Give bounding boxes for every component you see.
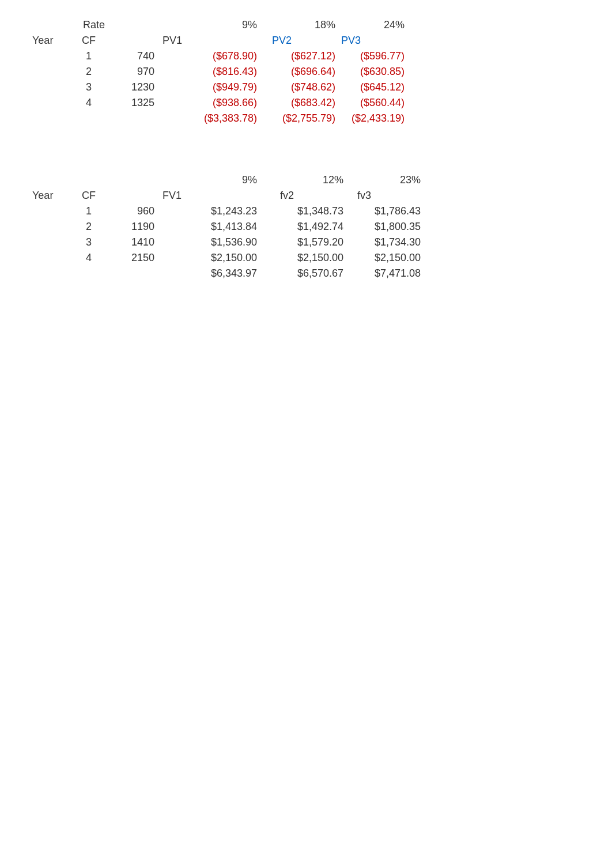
table-row: 1 960 $1,243.23 $1,348.73 $1,786.43 xyxy=(32,203,421,219)
fv3-cell: $1,786.43 xyxy=(343,203,421,219)
rate-3: 23% xyxy=(343,172,421,188)
rate-1: 9% xyxy=(159,172,257,188)
header-pv3: PV3 xyxy=(335,33,405,48)
total-fv2: $6,570.67 xyxy=(257,266,343,281)
cf-cell: 2150 xyxy=(108,250,159,266)
totals-row: $6,343.97 $6,570.67 $7,471.08 xyxy=(32,266,421,281)
pv1-cell: ($938.66) xyxy=(159,95,257,111)
cf-cell: 1230 xyxy=(108,80,159,95)
table-row: 2 1190 $1,413.84 $1,492.74 $1,800.35 xyxy=(32,219,421,235)
fv-table: 9% 12% 23% Year CF FV1 fv2 fv3 1 960 $1,… xyxy=(32,172,421,281)
header-pv2: PV2 xyxy=(257,33,335,48)
year-cell: 1 xyxy=(69,203,108,219)
year-cell: 2 xyxy=(69,219,108,235)
total-fv1: $6,343.97 xyxy=(159,266,257,281)
pv3-cell: ($645.12) xyxy=(335,80,405,95)
rate-label: Rate xyxy=(69,17,108,33)
cf-cell: 960 xyxy=(108,203,159,219)
year-cell: 3 xyxy=(69,80,108,95)
header-fv3: fv3 xyxy=(343,188,421,203)
pv3-cell: ($596.77) xyxy=(335,48,405,64)
year-cell: 1 xyxy=(69,48,108,64)
fv2-cell: $2,150.00 xyxy=(257,250,343,266)
table-row: 4 2150 $2,150.00 $2,150.00 $2,150.00 xyxy=(32,250,421,266)
rate-row: 9% 12% 23% xyxy=(32,172,421,188)
pv1-cell: ($949.79) xyxy=(159,80,257,95)
rate-2: 12% xyxy=(257,172,343,188)
header-fv1: FV1 xyxy=(159,188,257,203)
header-fv2: fv2 xyxy=(257,188,343,203)
pv3-cell: ($630.85) xyxy=(335,64,405,80)
fv2-cell: $1,492.74 xyxy=(257,219,343,235)
fv2-cell: $1,348.73 xyxy=(257,203,343,219)
header-year: Year xyxy=(32,188,69,203)
header-pv1: PV1 xyxy=(159,33,257,48)
header-row: Year CF PV1 PV2 PV3 xyxy=(32,33,405,48)
fv1-cell: $1,243.23 xyxy=(159,203,257,219)
pv2-cell: ($696.64) xyxy=(257,64,335,80)
fv3-cell: $1,800.35 xyxy=(343,219,421,235)
total-pv2: ($2,755.79) xyxy=(257,111,335,126)
pv2-cell: ($683.42) xyxy=(257,95,335,111)
year-cell: 2 xyxy=(69,64,108,80)
cf-cell: 970 xyxy=(108,64,159,80)
pv3-cell: ($560.44) xyxy=(335,95,405,111)
header-year: Year xyxy=(32,33,69,48)
pv2-cell: ($748.62) xyxy=(257,80,335,95)
year-cell: 4 xyxy=(69,250,108,266)
rate-row: Rate 9% 18% 24% xyxy=(32,17,405,33)
cf-cell: 740 xyxy=(108,48,159,64)
totals-row: ($3,383.78) ($2,755.79) ($2,433.19) xyxy=(32,111,405,126)
header-row: Year CF FV1 fv2 fv3 xyxy=(32,188,421,203)
rate-1: 9% xyxy=(159,17,257,33)
pv1-cell: ($816.43) xyxy=(159,64,257,80)
table-row: 3 1410 $1,536.90 $1,579.20 $1,734.30 xyxy=(32,235,421,250)
fv1-cell: $1,536.90 xyxy=(159,235,257,250)
header-cf: CF xyxy=(69,33,108,48)
cf-cell: 1410 xyxy=(108,235,159,250)
pv1-cell: ($678.90) xyxy=(159,48,257,64)
header-cf: CF xyxy=(69,188,108,203)
rate-2: 18% xyxy=(257,17,335,33)
fv2-cell: $1,579.20 xyxy=(257,235,343,250)
rate-3: 24% xyxy=(335,17,405,33)
year-cell: 3 xyxy=(69,235,108,250)
table-row: 3 1230 ($949.79) ($748.62) ($645.12) xyxy=(32,80,405,95)
total-pv1: ($3,383.78) xyxy=(159,111,257,126)
cf-cell: 1190 xyxy=(108,219,159,235)
total-fv3: $7,471.08 xyxy=(343,266,421,281)
table-row: 1 740 ($678.90) ($627.12) ($596.77) xyxy=(32,48,405,64)
table-row: 4 1325 ($938.66) ($683.42) ($560.44) xyxy=(32,95,405,111)
fv1-cell: $1,413.84 xyxy=(159,219,257,235)
table-row: 2 970 ($816.43) ($696.64) ($630.85) xyxy=(32,64,405,80)
fv1-cell: $2,150.00 xyxy=(159,250,257,266)
fv3-cell: $1,734.30 xyxy=(343,235,421,250)
year-cell: 4 xyxy=(69,95,108,111)
cf-cell: 1325 xyxy=(108,95,159,111)
total-pv3: ($2,433.19) xyxy=(335,111,405,126)
pv2-cell: ($627.12) xyxy=(257,48,335,64)
fv3-cell: $2,150.00 xyxy=(343,250,421,266)
pv-table: Rate 9% 18% 24% Year CF PV1 PV2 PV3 1 74… xyxy=(32,17,405,126)
